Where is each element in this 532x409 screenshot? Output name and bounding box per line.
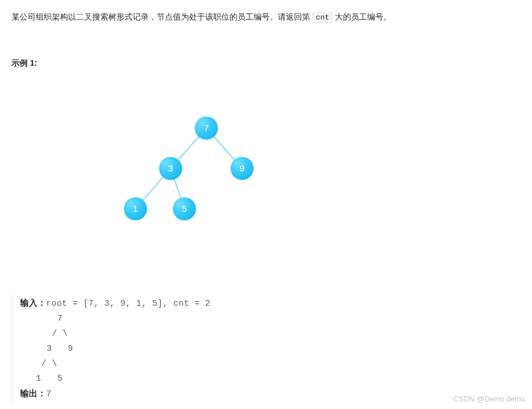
inline-code-cnt: cnt bbox=[312, 12, 333, 23]
problem-statement: 某公司组织架构以二叉搜索树形式记录，节点值为处于该职位的员工编号。请返回第 cn… bbox=[12, 10, 520, 24]
watermark: CSDN @Demo.demo bbox=[454, 393, 525, 406]
tree-node: 5 bbox=[173, 197, 196, 220]
tree-edges bbox=[81, 93, 380, 255]
input-value: root = [7, 3, 9, 1, 5], cnt = 2 bbox=[46, 299, 210, 308]
input-label: 输入： bbox=[20, 298, 46, 307]
tree-node: 7 bbox=[195, 117, 218, 140]
tree-node: 3 bbox=[159, 157, 182, 180]
output-value: 7 bbox=[46, 389, 51, 399]
problem-text-before: 某公司组织架构以二叉搜索树形式记录，节点值为处于该职位的员工编号。请返回第 bbox=[12, 12, 312, 21]
tree-node: 9 bbox=[231, 157, 254, 180]
output-label: 输出： bbox=[20, 389, 46, 398]
example-heading: 示例 1: bbox=[12, 57, 520, 70]
tree-diagram: 73915 bbox=[81, 93, 380, 255]
ascii-tree: 7 / \ 3 9 / \ 1 5 bbox=[20, 314, 73, 383]
example-block: 输入：root = [7, 3, 9, 1, 5], cnt = 2 7 / \… bbox=[12, 295, 520, 402]
tree-node: 1 bbox=[124, 197, 147, 220]
problem-text-after: 大的员工编号。 bbox=[333, 12, 391, 21]
